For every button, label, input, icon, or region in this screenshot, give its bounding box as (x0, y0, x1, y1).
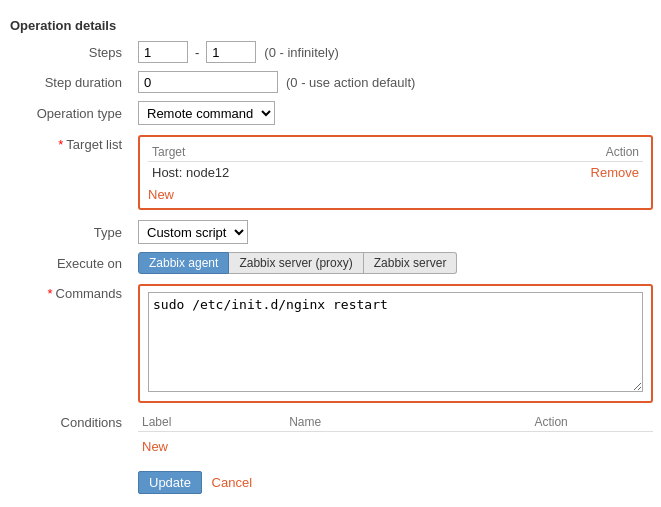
type-label: Type (0, 216, 130, 248)
remove-link[interactable]: Remove (591, 165, 639, 180)
action-col-header: Action (446, 143, 643, 162)
conditions-new-link[interactable]: New (142, 439, 168, 454)
execute-on-label: Execute on (0, 248, 130, 278)
steps-from-input[interactable] (138, 41, 188, 63)
target-new-link[interactable]: New (148, 187, 174, 202)
step-duration-input[interactable] (138, 71, 278, 93)
type-select[interactable]: Custom script (138, 220, 248, 244)
step-duration-label: Step duration (0, 67, 130, 97)
conditions-name-col: Name (285, 413, 530, 432)
update-button[interactable]: Update (138, 471, 202, 494)
conditions-new-row: New (138, 432, 653, 458)
execute-zabbix-agent-button[interactable]: Zabbix agent (138, 252, 229, 274)
section-title: Operation details (0, 10, 661, 37)
execute-zabbix-server-proxy-button[interactable]: Zabbix server (proxy) (229, 252, 363, 274)
conditions-action-col: Action (530, 413, 653, 432)
step-duration-hint: (0 - use action default) (286, 75, 415, 90)
table-row: Host: node12 Remove (148, 162, 643, 184)
commands-textarea[interactable]: sudo /etc/init.d/nginx restart (148, 292, 643, 392)
steps-dash: - (195, 45, 199, 60)
target-col-header: Target (148, 143, 446, 162)
steps-to-input[interactable] (206, 41, 256, 63)
conditions-label: Conditions (0, 409, 130, 465)
steps-label: Steps (0, 37, 130, 67)
conditions-label-col: Label (138, 413, 285, 432)
target-list-label: Target list (66, 137, 122, 152)
execute-on-group: Zabbix agent Zabbix server (proxy) Zabbi… (138, 252, 653, 274)
operation-type-label: Operation type (0, 97, 130, 129)
operation-type-select[interactable]: Remote command (138, 101, 275, 125)
target-value: Host: node12 (148, 162, 446, 184)
target-list-required-star: * (58, 137, 63, 152)
cancel-link[interactable]: Cancel (212, 475, 252, 490)
commands-label: Commands (56, 286, 122, 301)
target-list-box: Target Action Host: node12 Remove New (138, 135, 653, 210)
commands-box: sudo /etc/init.d/nginx restart (138, 284, 653, 403)
steps-hint: (0 - infinitely) (264, 45, 338, 60)
remove-link-cell: Remove (446, 162, 643, 184)
target-table: Target Action Host: node12 Remove (148, 143, 643, 183)
conditions-table: Label Name Action New (138, 413, 653, 457)
commands-required-star: * (47, 286, 52, 301)
execute-zabbix-server-button[interactable]: Zabbix server (364, 252, 458, 274)
